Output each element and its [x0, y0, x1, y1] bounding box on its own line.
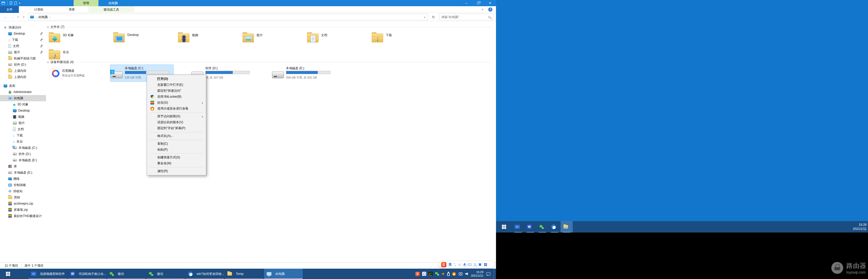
taskbar-icon-button[interactable]	[561, 221, 573, 232]
menu-item[interactable]: 属性(R)	[148, 168, 206, 174]
sidebar-item[interactable]: 本地磁盘 (C:)	[0, 145, 46, 151]
properties-check-icon[interactable]	[10, 2, 12, 5]
sidebar-item[interactable]: 网络	[0, 176, 46, 182]
show-desktop-button[interactable]	[494, 269, 494, 279]
taskbar-icon-button[interactable]	[524, 221, 536, 232]
menu-item[interactable]: 还原以前的版本(V)	[148, 119, 206, 125]
sidebar-item[interactable]: 本地磁盘 (E:)	[0, 157, 46, 163]
menu-item[interactable]: 创建快捷方式(S)	[148, 154, 206, 160]
sidebar-item[interactable]: acrtimepro.zip	[0, 200, 46, 207]
restore-button[interactable]	[472, 0, 484, 6]
refresh-icon[interactable]: ↻	[430, 14, 437, 21]
sidebar-item[interactable]: 下载	[0, 132, 46, 138]
ribbon-tab-3[interactable]: 查看	[59, 6, 85, 13]
audio-tray-icon[interactable]	[441, 272, 445, 275]
sidebar-item[interactable]: 机械平面练习图	[0, 55, 46, 61]
sidebar-item[interactable]: 控制面板	[0, 182, 46, 188]
ribbon-tab-2[interactable]: 计算机	[22, 6, 56, 13]
mic-icon[interactable]	[464, 263, 465, 265]
baidu-tray-icon[interactable]	[422, 272, 426, 276]
menu-item[interactable]: 粘贴(P)	[148, 147, 206, 153]
volume-tray-icon[interactable]	[465, 272, 469, 275]
sidebar-item[interactable]: Desktop	[0, 30, 46, 37]
taskbar-icon-button[interactable]	[549, 221, 561, 232]
new-window-icon[interactable]	[14, 2, 17, 5]
folder-tile[interactable]: Desktop	[113, 30, 175, 46]
huorong-tray-icon[interactable]	[452, 272, 456, 276]
address-bar[interactable]: › 此电脑 › ∨	[28, 14, 428, 21]
taskbar-button[interactable]: 此电脑	[264, 269, 303, 279]
wechat-tray-icon[interactable]	[435, 272, 439, 276]
sogou-tray-icon[interactable]: S	[415, 272, 420, 276]
qat-dropdown-icon[interactable]: ▾	[19, 2, 21, 4]
taskbar-button[interactable]: 培训机构不敢让你...	[68, 269, 106, 279]
sidebar-item[interactable]: Administrator	[0, 89, 46, 95]
start-button[interactable]	[0, 269, 16, 279]
taskbar-button[interactable]: 微信	[107, 269, 146, 279]
sidebar-item[interactable]: 桌面	[0, 83, 46, 89]
punctuation-icon[interactable]: ’,	[454, 263, 456, 266]
ribbon-tab-1[interactable]: 文件	[0, 6, 19, 13]
taskbar-clock[interactable]: 15:29 2021/1/11	[853, 221, 867, 232]
sidebar-item[interactable]: 庭好的THD极速设计	[0, 213, 46, 219]
wifi-tray-icon[interactable]	[458, 272, 463, 276]
folder-tile[interactable]: 下载	[371, 30, 433, 46]
sidebar-item[interactable]: 文档	[0, 126, 46, 132]
taskbar-button[interactable]: 微信	[146, 269, 185, 279]
sidebar-item[interactable]: 本地磁盘 (E:)	[0, 169, 46, 176]
recent-locations-icon[interactable]: ∨	[16, 13, 20, 21]
taskbar-button[interactable]: win7如何更改回收...	[185, 269, 224, 279]
drive-tile[interactable]: 百度网盘双击运行百度网盘	[47, 65, 111, 82]
menu-item[interactable]: 重命名(M)	[148, 160, 206, 166]
sidebar-item[interactable]: 视频	[0, 114, 46, 120]
sidebar-item[interactable]: 文档	[0, 43, 46, 49]
sidebar-item[interactable]: 剪辑	[0, 194, 46, 200]
start-button[interactable]	[496, 221, 512, 232]
menu-item[interactable]: 复制(C)	[148, 141, 206, 147]
taskbar-button[interactable]: 迅捷视频剪辑软件	[28, 269, 67, 279]
keyboard-icon[interactable]	[468, 264, 471, 266]
breadcrumb[interactable]: 此电脑	[38, 15, 48, 20]
chevron-down-icon[interactable]: ∨	[47, 26, 49, 28]
usb-tray-icon[interactable]	[447, 273, 450, 276]
taskbar-icon-button[interactable]	[536, 221, 549, 232]
menu-item[interactable]: 在新窗口中打开(E)	[148, 82, 206, 88]
menu-item[interactable]: 授予访问权限(G)›	[148, 114, 206, 119]
nvidia-tray-icon[interactable]	[429, 272, 433, 276]
taskbar-button[interactable]: Temp	[225, 269, 264, 279]
sidebar-item[interactable]: 上课内容	[0, 74, 46, 80]
sidebar-item[interactable]: 库	[0, 163, 46, 169]
back-icon[interactable]: ←	[3, 13, 9, 21]
menu-item[interactable]: 启用 BitLocker(B)	[148, 94, 206, 100]
taskbar-clock[interactable]: 15:29 2021/1/11	[471, 270, 483, 277]
input-mode-toggle[interactable]: 英	[448, 262, 452, 267]
minimize-button[interactable]	[460, 0, 472, 6]
forward-icon[interactable]: →	[9, 13, 16, 21]
sidebar-item[interactable]: 音乐	[0, 138, 46, 145]
sidebar-item[interactable]: 软件 (D:)	[0, 151, 46, 157]
sidebar-item[interactable]: 下载	[0, 37, 46, 43]
person-icon[interactable]	[474, 263, 476, 265]
folder-tile[interactable]: 图片	[242, 30, 304, 46]
sogou-logo-icon[interactable]: S	[441, 262, 446, 268]
sidebar-item[interactable]: Desktop	[0, 107, 46, 114]
menu-item[interactable]: 使用火绒安全进行杀毒	[148, 106, 206, 112]
taskbar-icon-button[interactable]	[512, 221, 524, 232]
search-input[interactable]: 搜索"此电脑"	[439, 14, 493, 21]
sidebar-item[interactable]: 图片	[0, 49, 46, 55]
folder-tile[interactable]: 3D 对象	[48, 30, 110, 46]
skin-icon[interactable]	[478, 263, 482, 266]
menu-item[interactable]: 打开(O)	[148, 76, 206, 82]
toolbox-icon[interactable]	[484, 263, 487, 266]
help-icon[interactable]: ?	[488, 7, 492, 11]
menu-item[interactable]: 格式化(A)...	[148, 133, 206, 139]
folder-tile[interactable]: 视频	[177, 30, 239, 46]
sidebar-item[interactable]: 软件 (D:)	[0, 61, 46, 68]
ribbon-tab-4[interactable]: 驱动器工具	[88, 6, 134, 13]
drive-tile[interactable]: 本地磁盘 (E:)258 GB 可用, 共 931 GB	[271, 65, 335, 82]
close-button[interactable]: ✕	[484, 0, 496, 6]
sidebar-item[interactable]: 图片	[0, 120, 46, 126]
sidebar-item[interactable]: 3D 对象	[0, 101, 46, 107]
chevron-down-icon[interactable]: ∨	[47, 61, 49, 64]
drives-section-header[interactable]: ∨ 设备和驱动器 (4)	[47, 60, 491, 64]
